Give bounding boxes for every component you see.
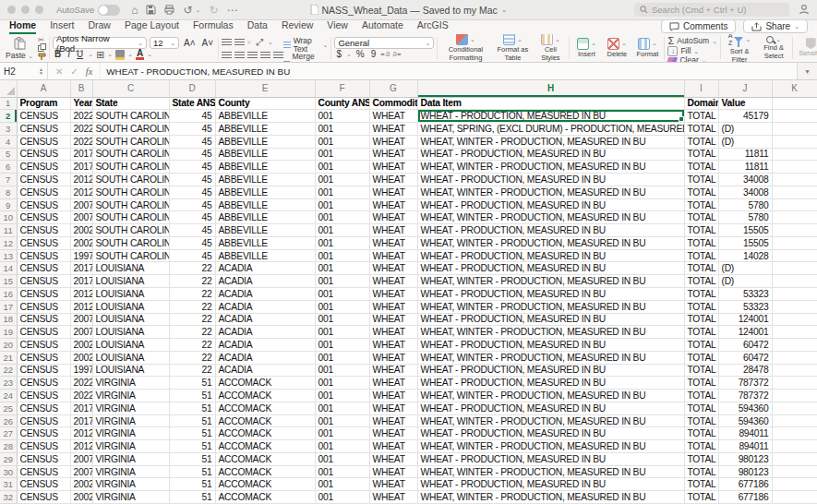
cancel-icon[interactable]: ✕ xyxy=(55,66,63,77)
cell-D29[interactable]: 51 xyxy=(169,452,215,465)
cell-H14[interactable]: WHEAT - PRODUCTION, MEASURED IN BU xyxy=(417,262,684,275)
cell-H19[interactable]: WHEAT, WINTER - PRODUCTION, MEASURED IN … xyxy=(417,326,684,339)
cell-I8[interactable]: TOTAL xyxy=(684,186,718,198)
cell-K6[interactable] xyxy=(772,161,817,174)
cell-K8[interactable] xyxy=(772,186,817,198)
cell-E30[interactable]: ACCOMACK xyxy=(215,465,315,478)
cell-A3[interactable]: CENSUS xyxy=(17,123,70,136)
tab-automate[interactable]: Automate xyxy=(362,19,403,34)
cell-C7[interactable]: SOUTH CAROLINA xyxy=(92,174,169,186)
cell-C5[interactable]: SOUTH CAROLINA xyxy=(92,148,169,161)
cell-I28[interactable]: TOTAL xyxy=(684,440,718,453)
cell-I22[interactable]: TOTAL xyxy=(684,364,718,377)
cell-G15[interactable]: WHEAT xyxy=(369,275,417,288)
home-icon[interactable]: ⌂ xyxy=(131,5,138,16)
cell-B27[interactable]: 2012 xyxy=(70,427,92,440)
row-header-14[interactable]: 14 xyxy=(0,262,17,275)
cell-I1[interactable]: Domain xyxy=(684,97,718,110)
minimize-button[interactable] xyxy=(21,6,30,14)
cell-C24[interactable]: VIRGINIA xyxy=(92,390,169,402)
orientation-button[interactable]: ⤢ xyxy=(254,37,265,48)
cell-J7[interactable]: 34008 xyxy=(718,174,772,186)
cell-D30[interactable]: 51 xyxy=(169,465,215,478)
cell-H7[interactable]: WHEAT - PRODUCTION, MEASURED IN BU xyxy=(417,174,684,186)
cell-D17[interactable]: 22 xyxy=(169,300,215,313)
cell-H3[interactable]: WHEAT, SPRING, (EXCL DURUM) - PRODUCTION… xyxy=(417,123,684,136)
cell-J32[interactable]: 677186 xyxy=(718,491,772,504)
cell-C17[interactable]: LOUISIANA xyxy=(92,300,169,313)
cell-D11[interactable]: 45 xyxy=(169,224,215,237)
tab-data[interactable]: Data xyxy=(247,19,268,34)
cell-F12[interactable]: 001 xyxy=(315,236,369,249)
insert-button[interactable]: ⌄ Insert xyxy=(572,38,600,59)
cell-F3[interactable]: 001 xyxy=(315,123,369,136)
cell-H15[interactable]: WHEAT, WINTER - PRODUCTION, MEASURED IN … xyxy=(417,275,684,288)
font-name-select[interactable]: Aptos Narrow (Bod...⌄ xyxy=(53,37,147,49)
cell-A23[interactable]: CENSUS xyxy=(17,377,70,390)
cell-I25[interactable]: TOTAL xyxy=(684,402,718,414)
cell-J19[interactable]: 124001 xyxy=(718,326,772,339)
cell-A12[interactable]: CENSUS xyxy=(17,236,70,249)
cell-E20[interactable]: ACADIA xyxy=(215,339,315,352)
cell-C30[interactable]: VIRGINIA xyxy=(92,465,169,478)
cell-C12[interactable]: SOUTH CAROLINA xyxy=(92,236,169,249)
tab-draw[interactable]: Draw xyxy=(88,19,111,34)
sensitivity-button[interactable]: ⌄ Sensitivity xyxy=(796,38,817,58)
find-select-button[interactable]: ⌄ Find & Select xyxy=(758,36,789,60)
cell-F6[interactable]: 001 xyxy=(315,161,369,174)
tab-arcgis[interactable]: ArcGIS xyxy=(417,19,449,34)
row-header-27[interactable]: 27 xyxy=(0,427,17,440)
currency-chevron-icon[interactable]: ⌄ xyxy=(346,51,352,58)
cell-G30[interactable]: WHEAT xyxy=(369,465,417,478)
increase-indent-button[interactable] xyxy=(273,52,283,59)
cell-K30[interactable] xyxy=(772,465,817,478)
cell-I13[interactable]: TOTAL xyxy=(684,249,718,262)
cell-J16[interactable]: 53323 xyxy=(718,287,772,300)
cell-K7[interactable] xyxy=(772,174,817,186)
col-header-K[interactable]: K xyxy=(772,80,817,97)
cell-E10[interactable]: ABBEVILLE xyxy=(215,211,315,224)
cell-F22[interactable]: 001 xyxy=(315,364,369,377)
cell-B8[interactable]: 2012 xyxy=(70,186,92,198)
cell-C4[interactable]: SOUTH CAROLINA xyxy=(92,135,169,148)
cell-D12[interactable]: 45 xyxy=(169,236,215,249)
cell-B24[interactable]: 2022 xyxy=(70,390,92,402)
cell-J24[interactable]: 787372 xyxy=(718,390,772,402)
cell-A20[interactable]: CENSUS xyxy=(17,339,70,352)
enter-icon[interactable]: ✓ xyxy=(70,66,78,77)
cell-G29[interactable]: WHEAT xyxy=(369,452,417,465)
cell-B1[interactable]: Year xyxy=(70,97,92,110)
row-header-6[interactable]: 6 xyxy=(0,161,17,174)
cell-B26[interactable]: 2017 xyxy=(70,414,92,427)
cell-E31[interactable]: ACCOMACK xyxy=(215,478,315,491)
cell-F8[interactable]: 001 xyxy=(315,186,369,198)
row-header-20[interactable]: 20 xyxy=(0,339,17,352)
cell-B4[interactable]: 2022 xyxy=(70,135,92,148)
cell-B5[interactable]: 2017 xyxy=(70,148,92,161)
cell-D28[interactable]: 51 xyxy=(169,440,215,453)
cell-H16[interactable]: WHEAT - PRODUCTION, MEASURED IN BU xyxy=(417,287,684,300)
cell-C21[interactable]: LOUISIANA xyxy=(92,351,169,364)
font-color-chevron-icon[interactable]: ⌄ xyxy=(147,51,152,58)
cell-K19[interactable] xyxy=(772,326,817,339)
cell-F4[interactable]: 001 xyxy=(315,135,369,148)
conditional-formatting-button[interactable]: ⌄ Conditional Formatting xyxy=(440,34,490,63)
delete-button[interactable]: ⌄ Delete xyxy=(603,38,631,59)
underline-button[interactable]: U xyxy=(75,49,85,60)
cell-A17[interactable]: CENSUS xyxy=(17,300,70,313)
cell-C14[interactable]: LOUISIANA xyxy=(92,262,169,275)
col-header-C[interactable]: C xyxy=(92,80,169,97)
cell-K14[interactable] xyxy=(772,262,817,275)
cell-D2[interactable]: 45 xyxy=(169,110,215,123)
cell-F27[interactable]: 001 xyxy=(315,427,369,440)
cell-G2[interactable]: WHEAT xyxy=(369,110,417,123)
cell-I3[interactable]: TOTAL xyxy=(684,123,718,136)
tab-view[interactable]: View xyxy=(327,19,348,34)
cell-F25[interactable]: 001 xyxy=(315,402,369,414)
profile-icon[interactable] xyxy=(799,4,810,15)
cell-H30[interactable]: WHEAT, WINTER - PRODUCTION, MEASURED IN … xyxy=(417,465,684,478)
cell-F23[interactable]: 001 xyxy=(315,377,369,390)
cell-K32[interactable] xyxy=(772,491,817,504)
cell-E3[interactable]: ABBEVILLE xyxy=(215,123,315,136)
cell-K25[interactable] xyxy=(772,402,817,414)
